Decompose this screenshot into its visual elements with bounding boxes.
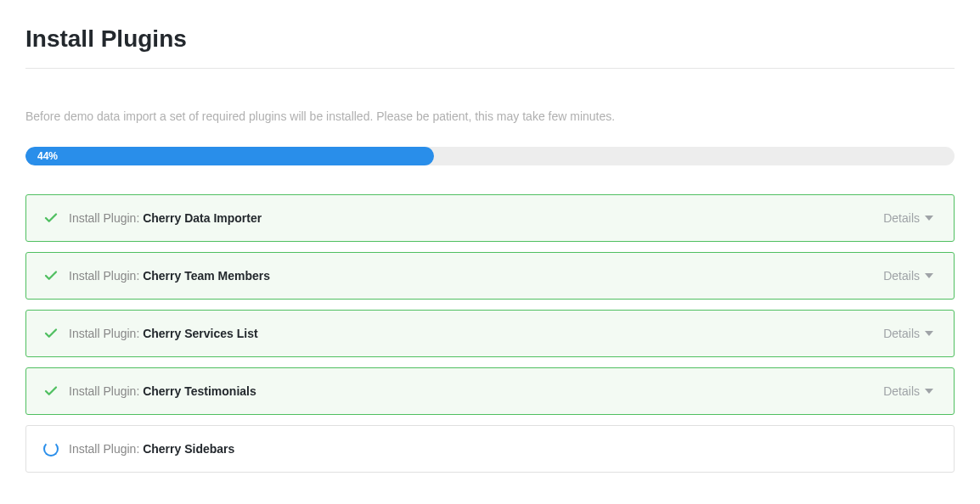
plugin-row: Install Plugin: Cherry Data ImporterDeta… bbox=[25, 194, 955, 242]
progress-track: 44% bbox=[25, 147, 955, 165]
check-icon bbox=[43, 384, 59, 399]
plugin-list: Install Plugin: Cherry Data ImporterDeta… bbox=[25, 194, 955, 473]
plugin-row: Install Plugin: Cherry Team MembersDetai… bbox=[25, 252, 955, 300]
plugin-label: Install Plugin: Cherry Sidebars bbox=[69, 442, 234, 456]
plugin-name: Cherry Services List bbox=[143, 327, 257, 340]
details-text: Details bbox=[883, 269, 920, 283]
check-icon bbox=[43, 268, 59, 283]
plugin-label: Install Plugin: Cherry Testimonials bbox=[69, 384, 256, 398]
details-link[interactable]: Details bbox=[883, 211, 933, 225]
plugin-label: Install Plugin: Cherry Team Members bbox=[69, 269, 270, 283]
spinner-icon bbox=[43, 441, 59, 456]
details-text: Details bbox=[883, 211, 920, 225]
progress-label: 44% bbox=[37, 150, 58, 162]
page-title: Install Plugins bbox=[25, 25, 955, 69]
check-icon bbox=[43, 326, 59, 341]
chevron-down-icon bbox=[925, 273, 933, 278]
plugin-name: Cherry Testimonials bbox=[143, 384, 256, 398]
check-icon bbox=[43, 210, 59, 226]
chevron-down-icon bbox=[925, 389, 933, 394]
plugin-label: Install Plugin: Cherry Data Importer bbox=[69, 211, 262, 225]
page-description: Before demo data import a set of require… bbox=[25, 109, 955, 123]
plugin-name: Cherry Team Members bbox=[143, 269, 270, 283]
details-link[interactable]: Details bbox=[883, 384, 933, 398]
chevron-down-icon bbox=[925, 331, 933, 336]
plugin-name: Cherry Data Importer bbox=[143, 211, 262, 225]
chevron-down-icon bbox=[925, 216, 933, 221]
plugin-row: Install Plugin: Cherry Services ListDeta… bbox=[25, 310, 955, 357]
details-text: Details bbox=[883, 384, 920, 398]
plugin-row: Install Plugin: Cherry TestimonialsDetai… bbox=[25, 367, 955, 415]
details-link[interactable]: Details bbox=[883, 327, 933, 340]
plugin-row: Install Plugin: Cherry Sidebars bbox=[25, 425, 955, 473]
plugin-name: Cherry Sidebars bbox=[143, 442, 234, 456]
details-link[interactable]: Details bbox=[883, 269, 933, 283]
plugin-label: Install Plugin: Cherry Services List bbox=[69, 327, 258, 340]
details-text: Details bbox=[883, 327, 920, 340]
progress-bar: 44% bbox=[25, 147, 434, 165]
